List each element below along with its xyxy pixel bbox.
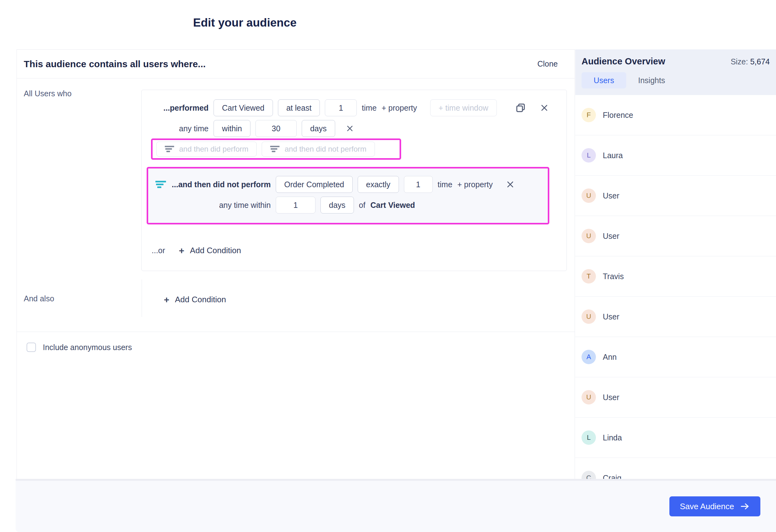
condition2-row2: any time within 1 days of Cart Viewed bbox=[148, 197, 415, 214]
tab-users[interactable]: Users bbox=[582, 72, 626, 88]
plus-icon: + bbox=[164, 295, 169, 304]
sequence-condition-highlight: ...and then did not perform Order Comple… bbox=[147, 167, 549, 224]
of-label: of bbox=[359, 201, 366, 210]
close-icon bbox=[346, 125, 353, 132]
include-anonymous-label: Include anonymous users bbox=[43, 343, 132, 352]
condition1-prefix: ...performed bbox=[142, 103, 209, 112]
overview-title: Audience Overview bbox=[582, 56, 665, 66]
remove-time-window-button[interactable] bbox=[346, 125, 353, 132]
builder-content: All Users who ...performed Cart Viewed a… bbox=[17, 78, 575, 479]
and-also-label: And also bbox=[24, 294, 54, 303]
user-row[interactable]: L Laura bbox=[575, 136, 776, 176]
avatar: T bbox=[582, 269, 596, 283]
user-name: Florence bbox=[603, 111, 633, 120]
user-row[interactable]: L Linda bbox=[575, 418, 776, 458]
add-condition-button[interactable]: + Add Condition bbox=[164, 295, 226, 304]
filter-icon bbox=[270, 145, 279, 153]
close-icon bbox=[507, 181, 514, 188]
clone-button[interactable]: Clone bbox=[538, 59, 558, 68]
within-select[interactable]: within bbox=[214, 120, 250, 137]
tab-insights[interactable]: Insights bbox=[638, 76, 665, 85]
user-row[interactable]: U User bbox=[575, 377, 776, 418]
user-name: Craig bbox=[603, 474, 621, 480]
arrow-right-icon bbox=[740, 503, 750, 510]
builder-header: This audience contains all users where..… bbox=[17, 50, 575, 78]
avatar: U bbox=[582, 390, 596, 405]
user-row[interactable]: C Craig bbox=[575, 458, 776, 479]
condition2-prefix-cell: ...and then did not perform bbox=[148, 180, 271, 189]
within-unit-select[interactable]: days bbox=[321, 197, 354, 214]
overview-header: Audience Overview Size: 5,674 Users Insi… bbox=[575, 49, 776, 95]
include-anonymous-checkbox[interactable] bbox=[27, 342, 36, 352]
group-label: All Users who bbox=[24, 89, 71, 98]
user-name: Linda bbox=[603, 433, 622, 442]
seq-did-not-perform-label: and then did not perform bbox=[284, 145, 366, 154]
and-then-did-perform-button[interactable]: and then did perform bbox=[156, 142, 257, 157]
page-title: Edit your audience bbox=[0, 16, 490, 29]
audience-builder-card: This audience contains all users where..… bbox=[17, 49, 575, 479]
size-label: Size: bbox=[731, 57, 748, 66]
user-row[interactable]: U User bbox=[575, 216, 776, 256]
condition2-row1: ...and then did not perform Order Comple… bbox=[148, 176, 514, 193]
event-select[interactable]: Cart Viewed bbox=[214, 99, 273, 116]
close-icon bbox=[541, 104, 548, 111]
sequence-buttons-highlight: and then did perform and then did not pe… bbox=[151, 139, 401, 160]
filter-icon bbox=[155, 180, 166, 189]
save-audience-label: Save Audience bbox=[680, 502, 734, 511]
and-then-did-not-perform-button[interactable]: and then did not perform bbox=[262, 142, 375, 157]
avatar: L bbox=[582, 431, 596, 445]
copy-icon bbox=[516, 103, 526, 113]
audience-editor-screen: Edit your audience This audience contain… bbox=[0, 0, 776, 532]
add-condition-label: Add Condition bbox=[190, 246, 241, 255]
overview-tabs: Users Insights bbox=[582, 72, 770, 88]
condition1-row2: any time within 30 days bbox=[142, 120, 353, 137]
or-label: ...or bbox=[152, 246, 165, 255]
time-label: time bbox=[362, 103, 376, 112]
and-also-row: + Add Condition bbox=[164, 295, 226, 304]
user-name: Travis bbox=[603, 272, 624, 281]
avatar: L bbox=[582, 148, 596, 163]
avatar: C bbox=[582, 471, 596, 479]
save-audience-button[interactable]: Save Audience bbox=[669, 496, 760, 516]
add-property-button[interactable]: + property bbox=[382, 103, 417, 112]
content-divider bbox=[17, 332, 575, 332]
count-input[interactable]: 1 bbox=[325, 99, 357, 116]
reference-event-label: Cart Viewed bbox=[371, 201, 415, 210]
any-time-label: any time bbox=[142, 124, 209, 133]
avatar: U bbox=[582, 189, 596, 203]
builder-header-title: This audience contains all users where..… bbox=[24, 59, 206, 69]
plus-icon: + bbox=[179, 246, 184, 255]
user-row[interactable]: F Florence bbox=[575, 95, 776, 136]
footer-bar: Save Audience bbox=[16, 479, 776, 532]
within-value-input[interactable]: 30 bbox=[255, 120, 297, 137]
count-input[interactable]: 1 bbox=[404, 176, 433, 193]
condition2-prefix: ...and then did not perform bbox=[172, 180, 271, 189]
operator-select[interactable]: exactly bbox=[358, 176, 399, 193]
avatar: A bbox=[582, 350, 596, 364]
user-list: F Florence L Laura U User U User T Travi… bbox=[575, 95, 776, 479]
time-window-button[interactable]: + time window bbox=[430, 99, 497, 116]
user-row[interactable]: U User bbox=[575, 176, 776, 216]
user-row[interactable]: T Travis bbox=[575, 256, 776, 297]
filter-icon bbox=[165, 145, 174, 153]
event-select[interactable]: Order Completed bbox=[276, 176, 353, 193]
condition-group-card: ...performed Cart Viewed at least 1 time… bbox=[141, 90, 567, 271]
duplicate-condition-button[interactable] bbox=[516, 103, 526, 113]
user-name: User bbox=[603, 232, 619, 241]
add-condition-button[interactable]: + Add Condition bbox=[179, 246, 241, 255]
operator-select[interactable]: at least bbox=[278, 99, 320, 116]
or-row: ...or + Add Condition bbox=[152, 246, 241, 255]
audience-overview-panel: Audience Overview Size: 5,674 Users Insi… bbox=[575, 49, 776, 479]
user-name: User bbox=[603, 312, 619, 321]
user-row[interactable]: A Ann bbox=[575, 337, 776, 377]
avatar: F bbox=[582, 108, 596, 122]
user-name: User bbox=[603, 393, 619, 402]
any-time-within-label: any time within bbox=[219, 201, 271, 210]
remove-condition-button[interactable] bbox=[541, 104, 548, 111]
within-unit-select[interactable]: days bbox=[302, 120, 335, 137]
within-value-input[interactable]: 1 bbox=[276, 197, 316, 214]
user-row[interactable]: U User bbox=[575, 297, 776, 337]
size-value: 5,674 bbox=[750, 57, 770, 66]
remove-condition-button[interactable] bbox=[507, 181, 514, 188]
add-property-button[interactable]: + property bbox=[457, 180, 493, 189]
